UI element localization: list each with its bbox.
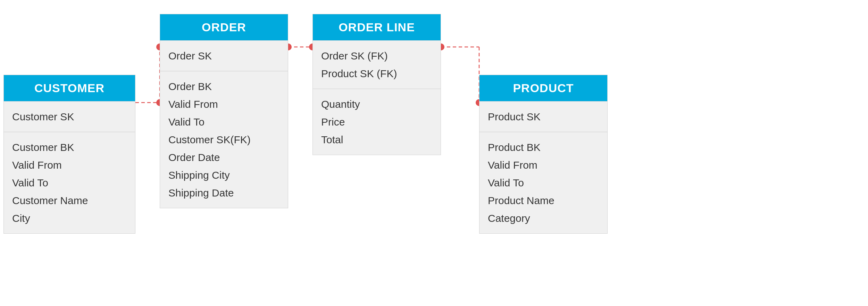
order-section-2: Order BK Valid From Valid To Customer SK… bbox=[160, 71, 288, 208]
product-field-sk: Product SK bbox=[488, 108, 599, 126]
order-line-field-price: Price bbox=[321, 113, 432, 131]
order-field-customer-fk: Customer SK(FK) bbox=[168, 131, 279, 148]
product-section-1: Product SK bbox=[479, 101, 607, 132]
order-line-section-1: Order SK (FK) Product SK (FK) bbox=[313, 40, 441, 89]
customer-field-city: City bbox=[12, 209, 127, 227]
product-field-category: Category bbox=[488, 209, 599, 227]
order-line-field-total: Total bbox=[321, 131, 432, 148]
product-field-valid-from: Valid From bbox=[488, 156, 599, 174]
product-header: PRODUCT bbox=[479, 75, 607, 101]
customer-field-sk: Customer SK bbox=[12, 108, 127, 126]
customer-field-valid-from: Valid From bbox=[12, 156, 127, 174]
customer-header: CUSTOMER bbox=[4, 75, 135, 101]
product-section-2: Product BK Valid From Valid To Product N… bbox=[479, 132, 607, 233]
product-entity: PRODUCT Product SK Product BK Valid From… bbox=[479, 75, 608, 234]
customer-section-1: Customer SK bbox=[4, 101, 135, 132]
diagram-container: CUSTOMER Customer SK Customer BK Valid F… bbox=[0, 0, 868, 306]
order-field-sk: Order SK bbox=[168, 47, 279, 65]
order-field-date: Order Date bbox=[168, 148, 279, 166]
order-line-field-quantity: Quantity bbox=[321, 95, 432, 113]
customer-field-bk: Customer BK bbox=[12, 138, 127, 156]
order-header: ORDER bbox=[160, 14, 288, 40]
order-field-bk: Order BK bbox=[168, 78, 279, 95]
customer-entity: CUSTOMER Customer SK Customer BK Valid F… bbox=[3, 75, 135, 234]
order-entity: ORDER Order SK Order BK Valid From Valid… bbox=[160, 14, 288, 208]
order-line-entity: ORDER LINE Order SK (FK) Product SK (FK)… bbox=[312, 14, 441, 155]
product-field-bk: Product BK bbox=[488, 138, 599, 156]
order-field-valid-from: Valid From bbox=[168, 95, 279, 113]
order-field-valid-to: Valid To bbox=[168, 113, 279, 131]
product-field-name: Product Name bbox=[488, 192, 599, 209]
customer-field-name: Customer Name bbox=[12, 192, 127, 209]
order-line-section-2: Quantity Price Total bbox=[313, 89, 441, 155]
customer-field-valid-to: Valid To bbox=[12, 174, 127, 192]
order-section-1: Order SK bbox=[160, 40, 288, 71]
order-line-field-product-sk-fk: Product SK (FK) bbox=[321, 65, 432, 82]
product-field-valid-to: Valid To bbox=[488, 174, 599, 192]
order-line-header: ORDER LINE bbox=[313, 14, 441, 40]
order-field-shipping-date: Shipping Date bbox=[168, 184, 279, 202]
order-line-field-order-sk-fk: Order SK (FK) bbox=[321, 47, 432, 65]
customer-section-2: Customer BK Valid From Valid To Customer… bbox=[4, 132, 135, 233]
order-field-shipping-city: Shipping City bbox=[168, 166, 279, 184]
